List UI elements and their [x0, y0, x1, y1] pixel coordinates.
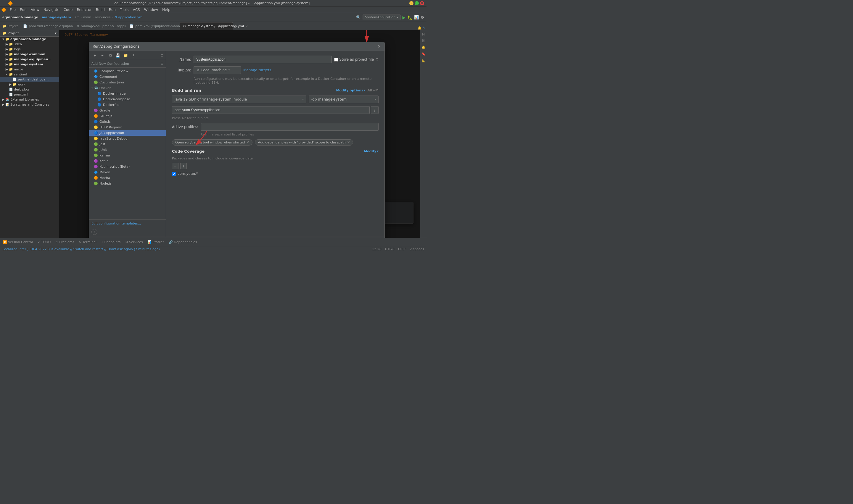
breadcrumb-item-file[interactable]: ⚙ application.yml	[114, 15, 143, 19]
config-item-jest[interactable]: 🟢 Jest	[89, 141, 166, 147]
tree-item-equipment-manage[interactable]: ▾ 📁 equipment-manage	[0, 37, 59, 42]
breadcrumb-item-main[interactable]: main	[83, 15, 91, 19]
bookmarks-side-icon[interactable]: 🔖	[421, 51, 426, 57]
dialog-close-btn[interactable]: ✕	[377, 44, 381, 49]
config-item-js-debug[interactable]: 🟡 JavaScript Debug	[89, 136, 166, 141]
menu-code[interactable]: Code	[62, 7, 74, 13]
expand-all-btn[interactable]: ⊟	[161, 62, 163, 66]
profiles-input[interactable]	[201, 123, 379, 131]
tree-item-idea[interactable]: ▶ 📁 .idea	[0, 42, 59, 47]
breadcrumb-item-resources[interactable]: resources	[95, 15, 111, 19]
tab-overflow-btn[interactable]: ▾	[234, 26, 236, 30]
config-item-karma[interactable]: 🟢 Karma	[89, 152, 166, 158]
run-config-dropdown[interactable]: SystemApplication ▾	[363, 15, 401, 20]
tree-item-manage-common[interactable]: ▶ 📁 manage-common	[0, 52, 59, 57]
sdk-select[interactable]: java 19 SDK of 'manage-system' module ▾	[172, 95, 306, 103]
debug-btn[interactable]: 🐛	[407, 15, 412, 20]
modify-coverage-link[interactable]: Modify ▾	[364, 149, 379, 153]
tab-project[interactable]: 📁 Project	[1, 22, 20, 30]
menu-vcs[interactable]: VCS	[131, 7, 141, 13]
search-icon[interactable]: 🔍	[356, 15, 361, 19]
bottom-profiler[interactable]: 📊 Profiler	[145, 239, 166, 245]
bottom-endpoints[interactable]: ⚡ Endpoints	[100, 239, 122, 245]
tag-close-run-debug[interactable]: ✕	[246, 141, 249, 144]
tab-app-yml-system[interactable]: ⚙ manage-system\...\application.yml ✕	[180, 22, 233, 30]
notifications-side-icon[interactable]: 🔔	[421, 44, 426, 50]
status-line-sep[interactable]: CRLF	[398, 247, 406, 251]
menu-file[interactable]: File	[8, 7, 17, 13]
config-item-nodejs[interactable]: 🟢 Node.js	[89, 181, 166, 186]
bottom-problems[interactable]: ⚠ Problems	[54, 239, 76, 245]
main-class-input[interactable]	[172, 106, 370, 114]
tab-close-app-yml-system[interactable]: ✕	[245, 24, 248, 28]
classpath-select[interactable]: -cp manage-system ▾	[309, 95, 379, 103]
tree-item-sentinel[interactable]: ▾ 📁 sentinel	[0, 72, 59, 77]
save-config-btn[interactable]: 💾	[115, 52, 121, 58]
config-item-kotlin-script[interactable]: 🟣 Kotlin script (Beta)	[89, 164, 166, 169]
coverage-checkbox[interactable]	[172, 172, 176, 176]
config-item-compound[interactable]: 🔷 Compound	[89, 74, 166, 79]
config-item-mocha[interactable]: 🟠 Mocha	[89, 175, 166, 181]
menu-view[interactable]: View	[29, 7, 41, 13]
breadcrumb-item-src[interactable]: src	[74, 15, 79, 19]
status-indent[interactable]: 2 spaces	[410, 247, 424, 251]
config-item-docker-compose[interactable]: 🔵 Docker-compose	[89, 96, 166, 102]
expand-icon[interactable]: ⊡	[161, 54, 163, 57]
config-item-cucumber-java[interactable]: 🟢 Cucumber Java	[89, 79, 166, 85]
folder-config-btn[interactable]: 📁	[122, 52, 129, 58]
store-project-settings-icon[interactable]: ⚙	[375, 57, 379, 61]
bottom-terminal[interactable]: > Terminal	[77, 239, 98, 245]
tree-item-pom[interactable]: 📄 pom.xml	[0, 92, 59, 97]
maximize-btn[interactable]: □	[415, 1, 419, 5]
status-encoding[interactable]: UTF-8	[385, 247, 395, 251]
store-project-checkbox[interactable]	[334, 58, 338, 61]
config-item-maven[interactable]: 🔷 Maven	[89, 169, 166, 175]
tree-item-derby-log[interactable]: 📄 derby.log	[0, 87, 59, 92]
menu-refactor[interactable]: Refactor	[75, 7, 93, 13]
config-item-docker-image[interactable]: 🔵 Docker Image	[89, 91, 166, 96]
close-btn[interactable]: ✕	[420, 1, 424, 5]
config-item-compose-preview[interactable]: 🔷 Compose Preview	[89, 68, 166, 74]
bottom-services[interactable]: ⚙ Services	[123, 239, 144, 245]
menu-tools[interactable]: Tools	[118, 7, 130, 13]
name-input[interactable]	[194, 56, 332, 63]
config-item-jar-application[interactable]: 🔵 JAR Application	[89, 130, 166, 136]
config-item-http-request[interactable]: 🟡 HTTP Request	[89, 125, 166, 130]
tree-item-manage-equipment[interactable]: ▶ 📁 manage-equipmen…	[0, 57, 59, 62]
tree-item-work[interactable]: ▶ 📁 work	[0, 82, 59, 87]
copy-config-btn[interactable]: ⧉	[107, 52, 114, 58]
remove-config-btn[interactable]: −	[99, 52, 106, 58]
tab-pom-equipment[interactable]: 📄 pom.xml (manage-equipment) ✕	[20, 22, 73, 30]
database-side-icon[interactable]: 🗄	[421, 38, 426, 44]
add-config-btn[interactable]: +	[91, 52, 98, 58]
structure-side-icon[interactable]: 📐	[421, 57, 426, 63]
notifications-badge[interactable]: 🔔 3	[418, 26, 425, 30]
tree-item-sentinel-dashboard[interactable]: 📄 sentinel-dashboa…	[0, 77, 59, 82]
bottom-version-control[interactable]: 🔀 Version Control	[1, 239, 35, 245]
minimize-btn[interactable]: –	[409, 1, 414, 5]
bottom-todo[interactable]: ✓ TODO	[36, 239, 53, 245]
coverage-add-btn[interactable]: +	[180, 163, 187, 169]
maven-side-icon[interactable]: M	[421, 31, 426, 37]
tab-pom-manage[interactable]: 📄 pom.xml (equipment-manage) ✕	[126, 22, 180, 30]
menu-window[interactable]: Window	[142, 7, 160, 13]
tree-item-manage-system[interactable]: ▶ 📁 manage-system	[0, 62, 59, 67]
tree-item-external-libs[interactable]: ▶ 📚 External Libraries	[0, 97, 59, 102]
menu-help[interactable]: Help	[160, 7, 172, 13]
bottom-dependencies[interactable]: 🔗 Dependencies	[167, 239, 198, 245]
run-on-select[interactable]: 🖥 Local machine ▾	[194, 66, 241, 74]
config-item-junit[interactable]: 🟢 JUnit	[89, 147, 166, 152]
tree-item-scratches[interactable]: ▶ 📝 Scratches and Consoles	[0, 102, 59, 107]
menu-build[interactable]: Build	[94, 7, 107, 13]
menu-navigate[interactable]: Navigate	[42, 7, 61, 13]
settings-icon[interactable]: ⚙	[421, 15, 424, 19]
config-item-kotlin[interactable]: 🟣 Kotlin	[89, 158, 166, 164]
tree-item-nacos[interactable]: ▶ 📁 nacos	[0, 67, 59, 72]
status-message[interactable]: Localized IntelliJ IDEA 2022.3 is availa…	[2, 247, 160, 251]
browse-main-class-btn[interactable]: ⋮	[371, 106, 379, 114]
tab-app-yml-equipment[interactable]: ⚙ manage-equipment\...\application.yml ✕	[73, 22, 126, 30]
coverage-remove-btn[interactable]: −	[172, 163, 178, 169]
tree-item-logs[interactable]: ▶ 📁 logs	[0, 47, 59, 52]
run-btn[interactable]: ▶	[402, 15, 406, 20]
manage-targets-link[interactable]: Manage targets...	[243, 68, 275, 72]
